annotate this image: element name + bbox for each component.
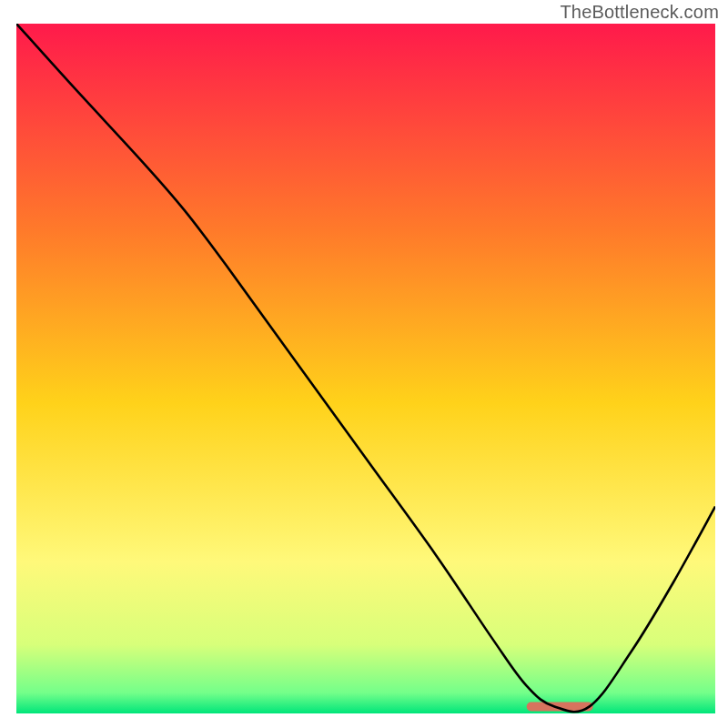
watermark-label: TheBottleneck.com — [560, 2, 719, 23]
plot-area — [16, 24, 715, 713]
chart-container: TheBottleneck.com — [0, 0, 728, 728]
background-gradient — [16, 24, 715, 713]
chart-svg — [16, 24, 715, 713]
